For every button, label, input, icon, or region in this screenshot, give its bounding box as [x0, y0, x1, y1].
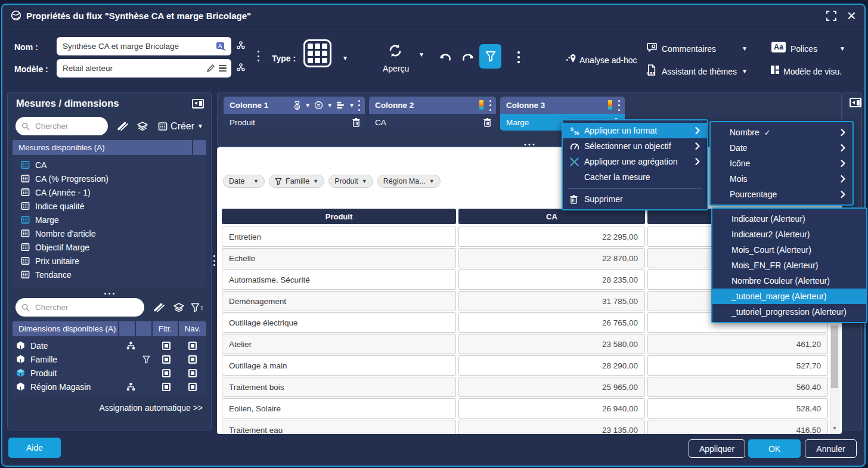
auto-assign-link[interactable]: Assignation automatique >> [8, 397, 211, 413]
chip-caret-icon[interactable]: ▼ [253, 178, 259, 184]
nav-checkbox[interactable] [188, 355, 197, 364]
edit-pencil-icon[interactable] [206, 64, 215, 73]
comments-caret-icon[interactable]: ▼ [742, 45, 748, 52]
color-scale-icon[interactable] [608, 100, 612, 110]
layers-icon[interactable] [137, 122, 148, 131]
delete-column-icon[interactable] [352, 118, 360, 127]
panel-splitter-handle[interactable] [213, 255, 215, 266]
chip-caret-icon[interactable]: ▼ [429, 178, 435, 184]
hide-values-icon[interactable] [117, 122, 128, 131]
sort-caret-icon[interactable]: ▼ [349, 102, 355, 109]
context-menu-item[interactable]: $%Appliquer un format [563, 123, 707, 138]
nav-checkbox[interactable] [188, 369, 197, 377]
type-caret-icon[interactable]: ▼ [342, 55, 348, 61]
strip-resize-handle[interactable] [525, 144, 535, 145]
filter-chip[interactable]: Produit▼ [328, 175, 373, 188]
filter-chip[interactable]: Date▼ [223, 175, 265, 188]
chip-caret-icon[interactable]: ▼ [313, 178, 318, 184]
comments-label[interactable]: Commentaires [662, 44, 716, 54]
adhoc-analysis-icon[interactable] [565, 54, 576, 64]
filter-chip[interactable]: Région Ma...▼ [377, 175, 441, 188]
adhoc-analysis-label[interactable]: Analyse ad-hoc [579, 55, 637, 65]
hide-values-icon[interactable] [153, 303, 165, 312]
help-button[interactable]: Aide [8, 438, 61, 458]
name-settings-gear-icon[interactable] [236, 41, 246, 50]
dimension-item[interactable]: Date [13, 339, 206, 352]
aggregate-caret-icon[interactable]: ▼ [327, 102, 333, 109]
color-scale-icon[interactable] [479, 100, 483, 110]
visualization-model-label[interactable]: Modèle de visu. [783, 67, 842, 76]
filter-checkbox[interactable] [162, 383, 170, 391]
theme-assistant-label[interactable]: Assistant de thèmes [662, 67, 737, 76]
format-type-item[interactable]: Icône [711, 156, 852, 171]
sort-icon[interactable] [336, 101, 345, 109]
measure-item[interactable]: Nombre d'article [13, 227, 206, 240]
format-type-item[interactable]: Pourcentage [711, 187, 852, 202]
apply-button[interactable]: Appliquer [689, 439, 745, 458]
filter-checkbox[interactable] [162, 369, 170, 377]
measure-item[interactable]: CA (% Progression) [13, 172, 206, 185]
layers-icon[interactable] [173, 303, 184, 312]
nav-checkbox[interactable] [188, 383, 197, 391]
measure-item[interactable]: Prix unitaire [13, 254, 206, 268]
rank-icon[interactable]: 3 [293, 101, 301, 110]
format-item[interactable]: _tutoriel_marge (Alerteur) [712, 289, 866, 304]
format-item[interactable]: Mois_Court (Alerteur) [712, 242, 866, 258]
column-kebab-icon[interactable] [358, 100, 360, 111]
redo-icon[interactable] [460, 52, 475, 63]
measures-splitter-handle[interactable] [104, 293, 114, 295]
measure-item[interactable]: Indice qualité [13, 199, 206, 213]
format-type-item[interactable]: Mois [711, 171, 852, 187]
preview-refresh-icon[interactable] [386, 42, 404, 60]
nav-checkbox[interactable] [188, 342, 197, 350]
create-measure-button[interactable]: Créer ▼ [158, 121, 203, 132]
column-value[interactable]: Produit [224, 114, 365, 131]
fullscreen-button[interactable] [826, 11, 836, 21]
ok-button[interactable]: OK [748, 439, 801, 458]
column-header[interactable]: Colonne 2 [369, 97, 496, 114]
format-item[interactable]: Indicateur2 (Alerteur) [712, 227, 866, 242]
model-settings-gear-icon[interactable] [236, 63, 246, 72]
column-header[interactable]: Colonne 13▼▼▼ [224, 97, 365, 114]
dimension-item[interactable]: Région Magasin [13, 380, 206, 393]
fonts-caret-icon[interactable]: ▼ [839, 45, 845, 52]
format-item[interactable]: _tutoriel_progression (Alerteur) [712, 304, 866, 320]
dimension-item[interactable]: Produit [13, 366, 206, 380]
theme-assistant-caret-icon[interactable]: ▼ [742, 68, 748, 75]
chip-caret-icon[interactable]: ▼ [362, 178, 367, 184]
context-menu-item[interactable]: Cacher la mesure [563, 169, 707, 185]
context-menu-item[interactable]: Sélectionner un objectif [563, 138, 707, 154]
preview-caret-icon[interactable]: ▼ [418, 51, 424, 58]
column-kebab-icon[interactable] [618, 100, 620, 111]
toolbar-kebab-icon[interactable] [517, 51, 520, 63]
model-input[interactable] [57, 64, 206, 73]
format-type-item[interactable]: Date [711, 140, 852, 156]
dimension-item[interactable]: Famille [13, 352, 206, 366]
filter-checkbox[interactable] [162, 342, 170, 350]
scroll-down-icon[interactable]: ▼ [830, 423, 839, 433]
measure-item[interactable]: CA [13, 158, 206, 172]
fonts-label[interactable]: Polices [790, 44, 817, 54]
hierarchy-icon[interactable] [126, 383, 135, 391]
measure-item[interactable]: Tendance [13, 268, 206, 281]
undo-icon[interactable] [439, 52, 453, 63]
rank-caret-icon[interactable]: ▼ [305, 102, 311, 109]
toolbar-more-handle-icon[interactable] [258, 51, 259, 61]
context-menu-item[interactable]: Supprimer [563, 191, 707, 207]
column-header[interactable]: Colonne 3 [500, 97, 625, 114]
dimension-filter-icon[interactable] [142, 355, 150, 364]
close-button[interactable]: × [847, 10, 856, 21]
filters-funnel-icon[interactable]: 1 [191, 303, 203, 312]
name-input[interactable] [57, 42, 216, 51]
measures-search-input[interactable] [34, 121, 102, 131]
filter-chip[interactable]: Famille▼ [269, 175, 324, 188]
format-item[interactable]: Nombre Couleur (Alerteur) [712, 273, 866, 289]
column-value[interactable]: CA [369, 114, 496, 131]
measure-item[interactable]: Marge [13, 213, 206, 227]
measure-item[interactable]: Objectif Marge [13, 240, 206, 254]
dimensions-search-input[interactable] [34, 302, 138, 312]
format-item[interactable]: Mois_EN_FR (Alerteur) [712, 258, 866, 273]
column-kebab-icon[interactable] [489, 100, 491, 111]
scrollbar-thumb[interactable] [831, 326, 838, 388]
delete-column-icon[interactable] [483, 118, 491, 127]
